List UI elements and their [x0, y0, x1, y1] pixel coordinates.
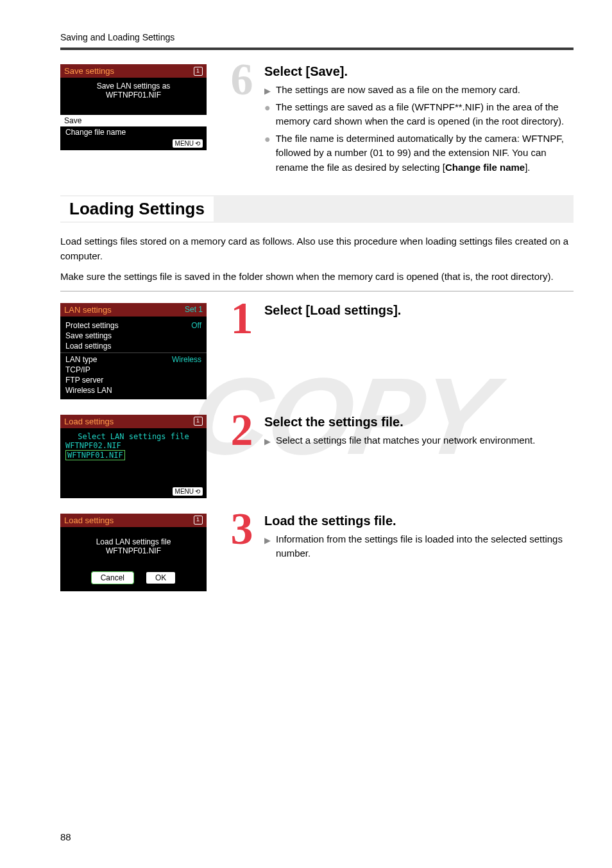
lcd-cancel-button: Cancel [92, 572, 133, 584]
lcd-text: WFTNPF01.NIF [65, 91, 201, 100]
arrow-icon: ▶ [264, 534, 271, 563]
intro-text: Load settings files stored on a memory c… [60, 234, 574, 263]
bullet-icon: ● [264, 132, 271, 175]
step-title: Select [Save]. [264, 64, 574, 79]
arrow-icon: ▶ [264, 435, 271, 450]
menu-return-icon: MENU ⟲ [173, 139, 203, 148]
step-title: Load the settings file. [264, 514, 574, 528]
bullet-icon: ● [264, 100, 271, 129]
step-number: 2 [231, 410, 253, 450]
step-2: Load settings Select LAN settings file W… [60, 415, 574, 498]
step-title: Select [Load settings]. [264, 303, 574, 318]
step-item-text: The file name is determined automaticall… [276, 132, 574, 175]
step-6: Save settings Save LAN settings as WFTNP… [60, 64, 574, 177]
menu-return-icon: MENU ⟲ [173, 487, 203, 496]
card-icon [194, 417, 203, 426]
lcd-title: Load settings [64, 516, 114, 525]
lcd-row: Wireless LAN [65, 385, 201, 395]
lcd-subtitle: Select LAN settings file [65, 432, 201, 441]
step-title: Select the settings file. [264, 415, 574, 430]
lcd-text: Save LAN settings as [65, 82, 201, 91]
step-item: ▶ Select a settings file that matches yo… [264, 433, 574, 448]
lcd-title: Load settings [64, 417, 114, 426]
section-heading: Loading Settings [60, 196, 214, 221]
lcd-file: WFTNPF02.NIF [65, 441, 201, 450]
lcd-row: Save settings [65, 331, 201, 341]
section-bar: Loading Settings [60, 195, 574, 223]
lcd-text: Load LAN settings file [65, 537, 201, 546]
lcd-lan-settings: LAN settings Set 1 Protect settingsOff S… [60, 303, 207, 399]
lcd-row: LAN typeWireless [65, 354, 201, 365]
lcd-divider [60, 352, 207, 353]
step-item: ▶ The settings are now saved as a file o… [264, 83, 574, 98]
step-number: 1 [231, 298, 253, 338]
step-item: ● The file name is determined automatica… [264, 132, 574, 175]
step-number: 3 [231, 508, 253, 549]
lcd-title: LAN settings [64, 305, 112, 315]
step-item-text: Select a settings file that matches your… [276, 433, 535, 448]
step-3: Load settings Load LAN settings file WFT… [60, 514, 574, 591]
lcd-row: Protect settingsOff [65, 320, 201, 331]
lcd-save-settings: Save settings Save LAN settings as WFTNP… [60, 64, 207, 150]
lcd-option-change: Change file name [65, 128, 201, 137]
header-rule [60, 48, 574, 50]
lcd-title: Save settings [64, 66, 114, 76]
intro-text: Make sure the settings file is saved in … [60, 270, 574, 284]
lcd-file-selected: WFTNPF01.NIF [65, 450, 125, 460]
step-1: LAN settings Set 1 Protect settingsOff S… [60, 303, 574, 399]
lcd-ok-button: OK [146, 572, 175, 584]
card-icon [194, 67, 203, 76]
lcd-row: FTP server [65, 375, 201, 385]
step-item-text: The settings are saved as a file (WFTNPF… [276, 100, 574, 129]
lcd-option-save: Save [60, 115, 207, 126]
step-item: ● The settings are saved as a file (WFTN… [264, 100, 574, 129]
lcd-row: TCP/IP [65, 365, 201, 375]
lcd-text: WFTNPF01.NIF [65, 546, 201, 555]
step-item-text: Information from the settings file is lo… [276, 532, 574, 561]
card-icon [194, 516, 203, 525]
page-number: 88 [60, 831, 71, 842]
lcd-load-confirm: Load settings Load LAN settings file WFT… [60, 514, 207, 591]
lcd-load-select: Load settings Select LAN settings file W… [60, 415, 207, 498]
arrow-icon: ▶ [264, 85, 271, 100]
step-item: ▶ Information from the settings file is … [264, 532, 574, 561]
step-item-text: The settings are now saved as a file on … [276, 83, 520, 98]
step-number: 6 [231, 59, 253, 100]
lcd-set-label: Set 1 [185, 305, 203, 314]
divider [60, 291, 574, 291]
page-header-breadcrumb: Saving and Loading Settings [60, 32, 574, 42]
lcd-row: Load settings [65, 341, 201, 351]
